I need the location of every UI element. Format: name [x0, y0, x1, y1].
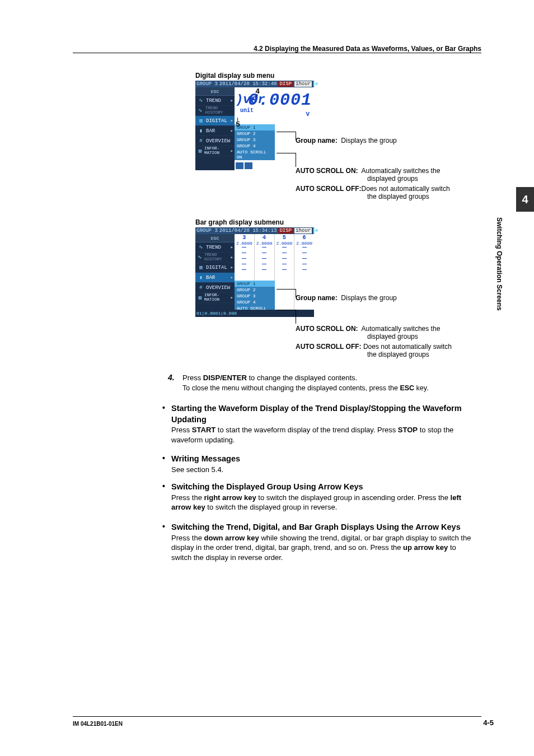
- menu-label: TREND: [206, 98, 221, 104]
- step-4-text: Press DISP/ENTER to change the displayed…: [182, 373, 474, 393]
- callout-auto-off: AUTO SCROLL OFF:Does not automatically s…: [296, 185, 486, 200]
- col-val: 2.0000: [275, 241, 294, 246]
- text: the displayed groups: [367, 351, 429, 358]
- label: AUTO SCROLL OFF:: [296, 185, 362, 193]
- group-label: GROUP 3: [196, 81, 218, 87]
- chapter-side-label: Switching Operation Screens: [493, 217, 503, 374]
- submenu-group4[interactable]: GROUP 4: [235, 143, 275, 149]
- digital-title: Digital display sub menu: [195, 72, 274, 80]
- t: up arrow key: [403, 543, 448, 552]
- callout-group-name-2: Group name: Displays the group: [296, 294, 397, 302]
- bar-col: 52.0000: [274, 234, 294, 317]
- record-icon: [313, 227, 315, 234]
- submenu-group2[interactable]: GROUP 2: [235, 287, 275, 293]
- digital-submenu: GROUP 1 GROUP 2 GROUP 3 GROUP 4 AUTO SCR…: [235, 124, 275, 160]
- menu-label: BAR: [206, 275, 215, 281]
- menu-overview[interactable]: #OVERVIEW: [195, 136, 235, 146]
- menu-trend[interactable]: ∿TREND▸: [195, 96, 235, 106]
- footer-text: 01|0.0001|0.000: [196, 311, 237, 316]
- t: to switch the displayed group in ascendi…: [256, 493, 451, 502]
- section-title: 4.2 Displaying the Measured Data as Wave…: [196, 45, 481, 53]
- menu-trend-history[interactable]: ∿TREND HISTORY▸: [195, 253, 235, 263]
- menu-label: TREND: [206, 245, 221, 250]
- menu-label: BAR: [206, 128, 215, 134]
- annot-4: 4: [241, 87, 274, 95]
- menu-information[interactable]: ▤INFOR- MATION▸: [195, 293, 235, 303]
- time-badge: 1hour: [294, 228, 312, 234]
- footer-page: 4-5: [483, 718, 494, 727]
- record-icon: [313, 81, 315, 87]
- text: Does not automatically switch: [362, 185, 450, 193]
- text: displayed groups: [367, 175, 418, 183]
- timestamp: 2011/04/28 15:34:13: [219, 228, 277, 234]
- overview-icon: #: [198, 138, 204, 144]
- bar-icon: ▮: [198, 274, 204, 281]
- bullet: •: [162, 403, 165, 412]
- t: Press: [182, 374, 203, 382]
- t: Press the: [171, 534, 204, 542]
- t: right arrow key: [204, 493, 256, 502]
- submenu-group1[interactable]: GROUP 1: [235, 281, 275, 287]
- bottom-icons: [236, 162, 252, 169]
- history-icon: ∿: [198, 254, 203, 261]
- disp-badge: DISP: [278, 228, 293, 234]
- menu-label: TREND HISTORY: [204, 253, 229, 262]
- t: to change the displayed contents.: [247, 374, 357, 382]
- t: key.: [414, 384, 428, 392]
- heading: Switching the Displayed Group Using Arro…: [171, 482, 363, 491]
- menu-label: OVERVIEW: [206, 285, 230, 291]
- menu-digital[interactable]: ▥DIGITAL▸: [195, 263, 235, 273]
- t: Press: [171, 426, 192, 434]
- submenu-group4[interactable]: GROUP 4: [235, 299, 275, 305]
- menu-label: INFOR- MATION: [204, 147, 229, 155]
- t: STOP: [398, 426, 418, 434]
- menu-overview[interactable]: #OVERVIEW: [195, 283, 235, 293]
- col-num: 6: [294, 235, 314, 241]
- t: to switch the displayed group in reverse…: [205, 503, 338, 511]
- col-num: 5: [275, 235, 294, 241]
- menu-bar[interactable]: ▮BAR▸: [195, 273, 235, 283]
- col-num: 3: [235, 235, 254, 241]
- big-unit: V: [306, 111, 310, 118]
- menu-label: DIGITAL: [206, 265, 227, 270]
- t: down arrow key: [204, 534, 259, 542]
- step-4-number: 4.: [168, 373, 175, 382]
- label: AUTO SCROLL ON:: [296, 325, 358, 333]
- menu-trend[interactable]: ∿TREND▸: [195, 242, 235, 253]
- col-val: 2.0000: [235, 241, 254, 246]
- bullet: •: [162, 522, 165, 531]
- chapter-tab: 4: [516, 187, 534, 212]
- trend-icon: ∿: [198, 97, 204, 104]
- col-num: 4: [255, 235, 274, 241]
- label: AUTO SCROLL OFF:: [296, 343, 362, 351]
- bullet: •: [162, 454, 165, 463]
- digital-icon: ▥: [198, 264, 204, 271]
- text: Displays the group: [341, 294, 396, 302]
- text: displayed groups: [367, 333, 418, 340]
- menu-information[interactable]: ▤INFOR- MATION▸: [195, 146, 235, 156]
- submenu-group3[interactable]: GROUP 3: [235, 293, 275, 299]
- header-rule: [73, 53, 481, 53]
- submenu-group3[interactable]: GROUP 3: [235, 137, 275, 143]
- menu-label: INFOR- MATION: [204, 293, 229, 302]
- menu-trend-history[interactable]: ∿TREND HISTORY: [195, 106, 235, 116]
- disp-badge: DISP: [278, 81, 293, 87]
- submenu-autoscroll[interactable]: AUTO SCROLL ON: [235, 149, 275, 160]
- menu-label: OVERVIEW: [206, 138, 230, 144]
- esc-row[interactable]: ESC: [195, 87, 235, 96]
- h4-block: Switching the Trend, Digital, and Bar Gr…: [171, 522, 474, 562]
- label: Group name:: [296, 137, 338, 144]
- bar-title: Bar graph display submenu: [195, 218, 284, 226]
- label: AUTO SCROLL ON:: [296, 167, 358, 175]
- info-icon: ▤: [198, 148, 203, 155]
- text: Automatically switches the: [362, 167, 441, 175]
- submenu-group2[interactable]: GROUP 2: [235, 130, 275, 137]
- menu-label: TREND HISTORY: [205, 106, 235, 115]
- t: to start the waveform display of the tre…: [216, 426, 398, 434]
- label: Group name:: [296, 294, 338, 302]
- timestamp: 2011/04/28 15:32:40: [219, 81, 277, 87]
- group-label: GROUP 3: [196, 228, 218, 234]
- heading: Starting the Waveform Display of the Tre…: [171, 404, 462, 424]
- esc-row[interactable]: ESC: [195, 234, 235, 242]
- bar-screenshot: GROUP 3 2011/04/28 15:34:13 DISP 1hour 3…: [195, 227, 314, 317]
